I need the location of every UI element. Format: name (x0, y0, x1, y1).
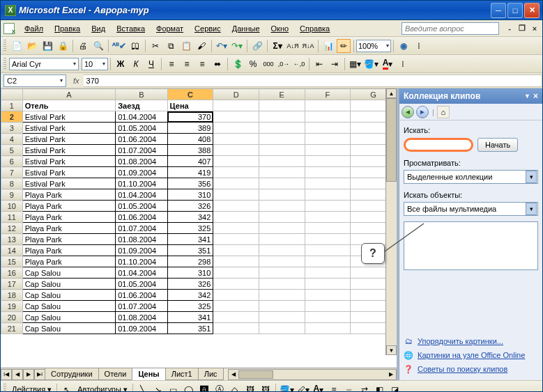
cell[interactable]: 01.10.2004 (116, 178, 167, 189)
row-header[interactable]: 18 (1, 290, 23, 301)
autoshapes-menu[interactable]: Автофигуры ▾ (75, 385, 130, 392)
cell[interactable] (305, 290, 351, 301)
cell[interactable] (259, 167, 305, 178)
row-header[interactable]: 14 (1, 245, 23, 256)
decrease-decimal-icon[interactable]: ←,0 (292, 57, 306, 71)
toolbar-grip[interactable] (3, 384, 6, 393)
search-input[interactable] (404, 138, 473, 152)
row-header[interactable]: 9 (1, 189, 23, 201)
cell[interactable] (305, 123, 351, 134)
minimize-button[interactable]: ─ (491, 3, 506, 18)
cell[interactable]: 01.06.2004 (116, 134, 167, 145)
align-center-icon[interactable]: ≡ (180, 57, 194, 71)
row-header[interactable]: 8 (1, 178, 23, 189)
align-right-icon[interactable]: ≡ (195, 57, 209, 71)
shadow-icon[interactable]: ◧ (373, 383, 387, 393)
cell[interactable] (305, 267, 351, 279)
cell[interactable] (213, 312, 259, 323)
redo-icon[interactable]: ↷▾ (230, 39, 244, 53)
menu-format[interactable]: Формат (151, 23, 189, 34)
cell[interactable]: 01.08.2004 (116, 312, 167, 323)
font-name-combo[interactable]: Arial Cyr (9, 58, 79, 70)
scroll-left-icon[interactable]: ◀ (229, 370, 238, 379)
objects-combo[interactable]: Все файлы мультимедиа (404, 202, 538, 216)
cell[interactable] (213, 145, 259, 156)
cell[interactable] (259, 111, 305, 123)
cell[interactable] (305, 279, 351, 290)
cell[interactable] (305, 167, 351, 178)
cell[interactable] (259, 323, 305, 334)
cell[interactable]: 01.08.2004 (116, 156, 167, 167)
sheet-tab[interactable]: Сотрудники (45, 368, 99, 380)
bold-icon[interactable]: Ж (114, 57, 128, 71)
wordart-icon[interactable]: Ⓐ (213, 383, 227, 393)
cell[interactable] (213, 234, 259, 245)
cell[interactable]: Cap Salou (22, 312, 116, 323)
cell[interactable] (305, 256, 351, 267)
cell[interactable]: Estival Park (22, 134, 116, 145)
cell[interactable]: 389 (167, 123, 213, 134)
cell[interactable] (305, 223, 351, 234)
cell[interactable] (213, 323, 259, 334)
cell[interactable] (213, 223, 259, 234)
row-header[interactable]: 17 (1, 279, 23, 290)
cell[interactable]: Estival Park (22, 145, 116, 156)
sort-desc-icon[interactable]: Я↓А (301, 39, 315, 53)
cell[interactable] (213, 134, 259, 145)
cell[interactable] (259, 301, 305, 312)
cell[interactable]: Цена (167, 100, 213, 111)
link-tips[interactable]: ❓Советы по поиску клипов (404, 362, 538, 376)
cell[interactable]: 01.09.2004 (116, 245, 167, 256)
undo-icon[interactable]: ↶▾ (215, 39, 229, 53)
horizontal-scrollbar[interactable]: ◀ ▶ (228, 369, 397, 380)
arrow-icon[interactable]: ↘ (151, 383, 165, 393)
menu-insert[interactable]: Вставка (111, 23, 151, 34)
cell[interactable] (305, 212, 351, 223)
doc-restore-button[interactable]: ❐ (517, 24, 527, 33)
cell[interactable] (259, 279, 305, 290)
cell[interactable]: 01.07.2004 (116, 145, 167, 156)
cell[interactable]: Estival Park (22, 156, 116, 167)
browse-combo[interactable]: Выделенные коллекции (404, 170, 538, 184)
cell[interactable] (213, 123, 259, 134)
cell[interactable]: Estival Park (22, 111, 116, 123)
maximize-button[interactable]: □ (507, 3, 523, 18)
cell[interactable] (213, 212, 259, 223)
cell[interactable]: 408 (167, 134, 213, 145)
toolbar-grip[interactable] (3, 40, 6, 52)
row-header[interactable]: 15 (1, 256, 23, 267)
cell[interactable] (259, 212, 305, 223)
increase-indent-icon[interactable]: ⇥ (328, 57, 342, 71)
format-painter-icon[interactable]: 🖌 (194, 39, 208, 53)
cell[interactable] (259, 234, 305, 245)
ask-input[interactable] (401, 22, 499, 35)
cell[interactable]: 01.04.2004 (116, 111, 167, 123)
percent-icon[interactable]: % (246, 57, 260, 71)
sheet-tab[interactable]: Лист1 (165, 368, 199, 380)
cell[interactable] (305, 323, 351, 334)
cell[interactable]: Cap Salou (22, 279, 116, 290)
cell[interactable] (259, 223, 305, 234)
cell[interactable] (259, 312, 305, 323)
cell[interactable] (305, 145, 351, 156)
decrease-indent-icon[interactable]: ⇤ (312, 57, 326, 71)
cell[interactable]: 342 (167, 290, 213, 301)
cell[interactable]: 370 (167, 111, 213, 123)
sheet-tab[interactable]: Лис (198, 368, 224, 380)
cell[interactable] (213, 245, 259, 256)
search-button[interactable]: Начать (477, 138, 518, 152)
cell[interactable]: 01.08.2004 (116, 234, 167, 245)
cell[interactable] (305, 111, 351, 123)
cut-icon[interactable]: ✂ (148, 39, 162, 53)
paste-icon[interactable]: 📋 (179, 39, 193, 53)
line-icon[interactable]: ╲ (136, 383, 150, 393)
menu-file[interactable]: Файл (19, 23, 49, 34)
cell[interactable] (259, 145, 305, 156)
cell[interactable]: Cap Salou (22, 267, 116, 279)
comma-icon[interactable]: 000 (261, 57, 275, 71)
picture-icon[interactable]: 🖼 (259, 383, 273, 393)
underline-icon[interactable]: Ч (144, 57, 158, 71)
row-header[interactable]: 6 (1, 156, 23, 167)
clipart-icon[interactable]: 🖼 (243, 383, 257, 393)
cell[interactable] (305, 134, 351, 145)
